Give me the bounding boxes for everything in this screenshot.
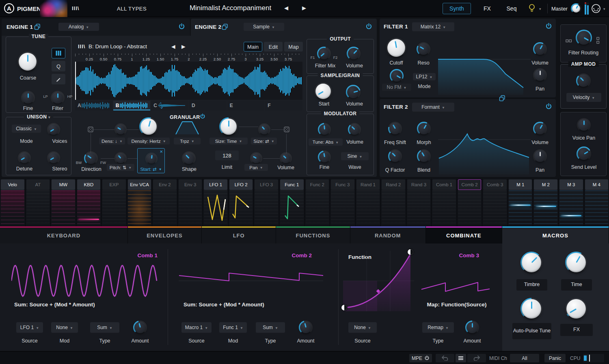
- sample-waveform[interactable]: [75, 62, 302, 100]
- mod-slot-viz[interactable]: [483, 190, 507, 226]
- arturia-logo-icon[interactable]: A: [4, 3, 14, 13]
- macro-label-3[interactable]: Auto-Pulse Tune: [512, 323, 551, 339]
- mod-slot-viz[interactable]: [128, 190, 151, 226]
- comb1-type-select[interactable]: Sum▼: [90, 322, 119, 333]
- mod-slot-viz[interactable]: [102, 190, 126, 226]
- direction-knob[interactable]: [84, 151, 98, 165]
- pitch-mode-select[interactable]: Pitch: ⇅▼: [107, 164, 134, 171]
- filter2-power-icon[interactable]: [545, 103, 552, 110]
- sample-start-knob[interactable]: [314, 82, 332, 100]
- sample-slot-a[interactable]: A: [75, 101, 112, 110]
- master-volume-knob[interactable]: [571, 3, 581, 14]
- density-knob[interactable]: [139, 117, 158, 136]
- grain-size-knob[interactable]: [219, 117, 238, 136]
- density-mode-select[interactable]: Density: Hertz▼: [127, 138, 170, 144]
- midi-channel-select[interactable]: All: [510, 354, 539, 362]
- coarse-tune-knob[interactable]: [17, 52, 38, 72]
- send-level-knob[interactable]: [577, 146, 591, 161]
- engine-volume-knob[interactable]: [347, 47, 361, 60]
- function-handle-end[interactable]: [408, 249, 413, 255]
- mod-slot-viz[interactable]: [356, 190, 380, 226]
- library-filter[interactable]: ALL TYPES: [117, 6, 147, 12]
- sample-slot-c[interactable]: C: [151, 101, 188, 110]
- tab-synth[interactable]: Synth: [443, 3, 471, 14]
- sample-view-main[interactable]: Main: [244, 42, 262, 52]
- mod-slot-viz[interactable]: [559, 190, 583, 226]
- filter2-blend-knob[interactable]: [417, 149, 431, 163]
- mod-slot-tab[interactable]: Func 3: [331, 179, 354, 190]
- sample-slot-b[interactable]: B: [113, 101, 151, 110]
- engine1-tab[interactable]: ENGINE 1 Analog▼: [2, 19, 190, 36]
- mod-slot-viz[interactable]: [77, 190, 101, 226]
- macro-knob-3[interactable]: [520, 298, 542, 320]
- mod-slot-tab[interactable]: M 4: [585, 179, 609, 190]
- redo-button[interactable]: [467, 354, 486, 362]
- engine1-type-select[interactable]: Analog▼: [58, 23, 99, 31]
- preset-next-button[interactable]: ▶: [302, 5, 306, 11]
- mod-slot-tab[interactable]: M 1: [509, 179, 532, 190]
- granular-dice-icon[interactable]: [88, 127, 93, 132]
- mod-slot-tab[interactable]: Env 2: [153, 179, 177, 190]
- mod-slot-viz[interactable]: [534, 190, 557, 226]
- filter1-fm-knob[interactable]: [390, 69, 404, 83]
- undo-button[interactable]: [436, 354, 454, 362]
- macro-label-4[interactable]: FX: [560, 324, 593, 336]
- edit-tune-button[interactable]: [52, 74, 65, 84]
- fine-tune-knob[interactable]: [21, 91, 35, 105]
- mod-slot-viz[interactable]: [179, 190, 202, 226]
- unison-voices-knob[interactable]: [47, 123, 60, 136]
- tab-seq[interactable]: Seq: [502, 3, 521, 14]
- filter1-power-icon[interactable]: [545, 23, 552, 30]
- sample-slot-e[interactable]: E: [227, 101, 265, 110]
- mod-slot-tab[interactable]: LFO 3: [255, 179, 278, 190]
- granular-power-icon[interactable]: [200, 114, 205, 119]
- engine1-power-icon[interactable]: [178, 23, 185, 30]
- mod-slot-viz[interactable]: [458, 190, 482, 226]
- start-random-knob[interactable]: [145, 153, 158, 165]
- mod-slot-viz[interactable]: [204, 190, 227, 226]
- mod-slot-tab[interactable]: MW: [52, 179, 75, 190]
- mod-slot-tab[interactable]: KBD: [77, 179, 101, 190]
- mod-slot-tab[interactable]: LFO 2: [229, 179, 253, 190]
- mod-slot-tab[interactable]: Rand 1: [356, 179, 380, 190]
- amp-mod-source-select[interactable]: Velocity▼: [566, 93, 601, 102]
- filter-routing-knob[interactable]: [576, 30, 592, 46]
- size-spread-select[interactable]: Size: ⇄▼: [251, 138, 277, 144]
- macro-label-1[interactable]: Timbre: [516, 279, 547, 291]
- filter2-type-select[interactable]: Formant▼: [412, 103, 454, 112]
- unison-mode-select[interactable]: Classic▼: [12, 125, 41, 133]
- mod-slot-viz[interactable]: [432, 190, 456, 226]
- close-icon[interactable]: ×: [160, 149, 163, 155]
- tune-filter-knob[interactable]: [51, 91, 65, 105]
- suggestion-bulb-icon[interactable]: [528, 3, 536, 13]
- bulb-caret-icon[interactable]: ▾: [539, 7, 541, 11]
- pitch-random-knob[interactable]: [114, 152, 127, 164]
- macro-label-2[interactable]: Time: [561, 279, 592, 291]
- filter2-curve[interactable]: [438, 121, 531, 174]
- midi-caret-icon[interactable]: ▾: [603, 7, 605, 11]
- tab-lfo[interactable]: LFO: [202, 226, 276, 243]
- comb3-amount-knob[interactable]: [465, 321, 479, 334]
- comb2-amount-knob[interactable]: [299, 321, 313, 334]
- density-random-knob[interactable]: [114, 123, 127, 136]
- sample-view-map[interactable]: Map: [284, 42, 303, 52]
- size-random-knob[interactable]: [258, 123, 270, 136]
- tab-random[interactable]: RANDOM: [350, 226, 425, 243]
- mod-slot-tab[interactable]: Velo: [1, 179, 24, 190]
- engine2-tab[interactable]: ENGINE 2 Sample▼: [191, 19, 377, 36]
- mod-slot-tab[interactable]: M 3: [559, 179, 583, 190]
- mod-slot-viz[interactable]: [331, 190, 354, 226]
- sample-slot-f[interactable]: F: [265, 101, 302, 110]
- modulator-fine-knob[interactable]: [318, 151, 331, 164]
- quantize-button[interactable]: Q: [52, 61, 65, 71]
- mod-slot-tab[interactable]: Func 2: [306, 179, 329, 190]
- comb3-type-select[interactable]: Remap▼: [422, 322, 454, 333]
- filter1-volume-knob[interactable]: [533, 42, 547, 56]
- filter2-morph-knob[interactable]: [417, 122, 431, 136]
- engine2-type-select[interactable]: Sample▼: [244, 23, 284, 31]
- filter1-pan-knob[interactable]: [533, 68, 547, 82]
- mod-slot-viz[interactable]: [52, 190, 75, 226]
- mod-slot-tab[interactable]: Comb 3: [483, 179, 507, 190]
- comb3-function-curve[interactable]: [343, 251, 414, 311]
- start-mode-select[interactable]: Start: ⇄▼: [138, 166, 164, 172]
